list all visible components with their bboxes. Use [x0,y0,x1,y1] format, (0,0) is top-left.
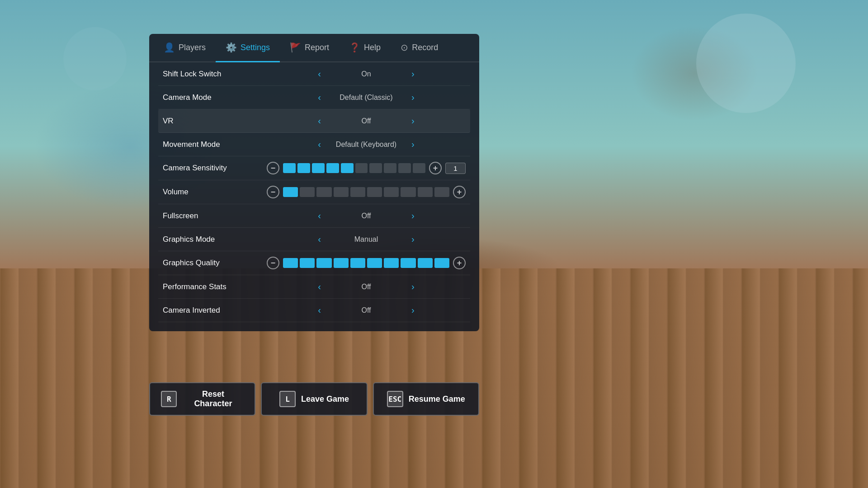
camera-inverted-value: Off [330,306,402,314]
graphics-quality-track[interactable] [283,258,449,268]
shift-lock-prev[interactable]: ‹ [314,68,325,80]
setting-vr: VR ‹ Off › [158,109,470,133]
vol-seg-5[interactable] [350,187,365,197]
camera-mode-value: Default (Classic) [330,94,402,102]
vol-seg-3[interactable] [316,187,331,197]
seg-5[interactable] [341,163,354,173]
leave-game-button[interactable]: L Leave Game [261,382,367,416]
resume-game-label: Resume Game [409,394,465,404]
graphics-mode-label: Graphics Mode [163,235,267,244]
volume-plus[interactable]: + [453,186,466,198]
tab-players-label: Players [179,43,206,52]
setting-camera-mode: Camera Mode ‹ Default (Classic) › [158,86,470,109]
camera-sensitivity-input[interactable] [445,163,466,174]
tab-players[interactable]: 👤 Players [154,34,216,62]
tab-report[interactable]: 🚩 Report [280,34,339,62]
vol-seg-10[interactable] [434,187,449,197]
gq-seg-9[interactable] [418,258,433,268]
seg-7[interactable] [369,163,382,173]
camera-sensitivity-track[interactable] [283,163,425,173]
seg-10[interactable] [413,163,425,173]
camera-sensitivity-plus[interactable]: + [429,162,442,174]
graphics-mode-value: Manual [330,235,402,244]
gq-seg-8[interactable] [401,258,415,268]
help-icon: ❓ [349,42,360,53]
shift-lock-label: Shift Lock Switch [163,70,267,79]
volume-track[interactable] [283,187,449,197]
gq-seg-3[interactable] [316,258,331,268]
gq-seg-10[interactable] [434,258,449,268]
movement-mode-value: Default (Keyboard) [330,141,402,149]
gq-seg-4[interactable] [334,258,349,268]
gq-seg-2[interactable] [300,258,315,268]
vol-seg-8[interactable] [401,187,415,197]
setting-shift-lock: Shift Lock Switch ‹ On › [158,62,470,86]
setting-movement-mode: Movement Mode ‹ Default (Keyboard) › [158,133,470,156]
setting-graphics-quality: Graphics Quality − + [158,251,470,275]
performance-stats-label: Performance Stats [163,282,267,291]
setting-fullscreen: Fullscreen ‹ Off › [158,204,470,228]
seg-1[interactable] [283,163,296,173]
camera-inverted-next[interactable]: › [408,304,418,316]
vr-value: Off [330,117,402,125]
camera-inverted-prev[interactable]: ‹ [314,304,325,316]
volume-label: Volume [163,188,267,197]
performance-stats-next[interactable]: › [408,281,418,293]
vol-seg-7[interactable] [384,187,399,197]
performance-stats-prev[interactable]: ‹ [314,281,325,293]
gq-seg-5[interactable] [350,258,365,268]
shift-lock-control: ‹ On › [267,68,466,80]
vr-control: ‹ Off › [267,115,466,127]
shift-lock-next[interactable]: › [408,68,418,80]
seg-6[interactable] [355,163,368,173]
seg-2[interactable] [297,163,310,173]
vol-seg-2[interactable] [300,187,315,197]
graphics-quality-plus[interactable]: + [453,257,466,269]
vr-prev[interactable]: ‹ [314,115,325,127]
vol-seg-9[interactable] [418,187,433,197]
graphics-quality-minus[interactable]: − [267,257,279,269]
settings-icon: ⚙️ [226,42,237,53]
vol-seg-6[interactable] [367,187,382,197]
gq-seg-1[interactable] [283,258,298,268]
setting-camera-inverted: Camera Inverted ‹ Off › [158,299,470,322]
vol-seg-1[interactable] [283,187,298,197]
deco-circle-2 [63,27,127,90]
movement-mode-prev[interactable]: ‹ [314,138,325,150]
camera-sensitivity-control: − + [267,162,466,174]
camera-mode-next[interactable]: › [408,91,418,103]
camera-sensitivity-minus[interactable]: − [267,162,279,174]
record-icon: ⊙ [401,42,408,53]
movement-mode-next[interactable]: › [408,138,418,150]
fullscreen-next[interactable]: › [408,210,418,222]
gq-seg-7[interactable] [384,258,399,268]
tab-help[interactable]: ❓ Help [339,34,391,62]
resume-key-badge: ESC [387,391,403,407]
volume-minus[interactable]: − [267,186,279,198]
gq-seg-6[interactable] [367,258,382,268]
seg-8[interactable] [384,163,396,173]
graphics-mode-prev[interactable]: ‹ [314,233,325,245]
graphics-mode-next[interactable]: › [408,233,418,245]
camera-inverted-control: ‹ Off › [267,304,466,316]
fullscreen-prev[interactable]: ‹ [314,210,325,222]
shift-lock-value: On [330,70,402,78]
seg-9[interactable] [398,163,411,173]
camera-sensitivity-label: Camera Sensitivity [163,164,267,173]
reset-character-label: Reset Character [182,389,244,408]
camera-inverted-label: Camera Inverted [163,306,267,315]
tab-record[interactable]: ⊙ Record [391,34,448,62]
resume-game-button[interactable]: ESC Resume Game [373,382,479,416]
tab-help-label: Help [364,43,381,52]
deco-circle-1 [696,14,796,113]
vol-seg-4[interactable] [334,187,349,197]
seg-3[interactable] [312,163,325,173]
tab-settings[interactable]: ⚙️ Settings [216,34,280,62]
seg-4[interactable] [326,163,339,173]
vr-next[interactable]: › [408,115,418,127]
camera-mode-prev[interactable]: ‹ [314,91,325,103]
reset-character-button[interactable]: R Reset Character [149,382,255,416]
setting-performance-stats: Performance Stats ‹ Off › [158,275,470,299]
volume-control: − + [267,186,466,198]
movement-mode-control: ‹ Default (Keyboard) › [267,138,466,150]
